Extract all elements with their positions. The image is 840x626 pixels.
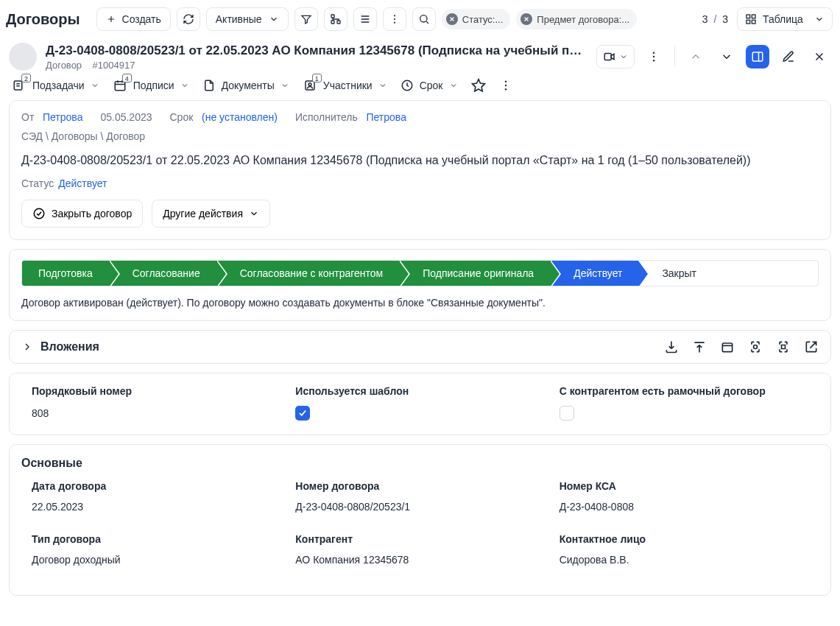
stage-prepare[interactable]: Подготовка (22, 261, 109, 286)
author-avatar[interactable] (9, 43, 37, 71)
chevron-down-icon (378, 81, 387, 90)
star-icon (471, 78, 486, 93)
svg-point-24 (34, 208, 44, 219)
frame-checkbox[interactable] (560, 406, 574, 421)
dots-vertical-icon (647, 50, 660, 63)
frame-label: С контрагентом есть рамочный договор (560, 385, 808, 397)
svg-point-14 (653, 60, 654, 61)
breadcrumb[interactable]: СЭД \ Договоры \ Договор (21, 130, 819, 142)
document-tabs: 2 Подзадачи 4 Подписи Документы 1 Участн… (0, 74, 840, 100)
counterparty-value[interactable]: АО Компания 12345678 (295, 554, 544, 566)
plus-icon (106, 14, 116, 24)
list-icon (359, 13, 371, 25)
more-button[interactable] (383, 7, 406, 31)
view-mode-dropdown[interactable]: Таблица (737, 7, 833, 31)
stage-signing[interactable]: Подписание оригинала (399, 261, 550, 286)
contract-date-label: Дата договора (32, 480, 280, 492)
prev-record-button[interactable] (684, 45, 707, 68)
svg-rect-17 (115, 82, 125, 91)
from-person[interactable]: Петрова (43, 111, 82, 123)
download-button[interactable] (664, 340, 679, 354)
refresh-button[interactable] (177, 7, 200, 31)
chevron-down-icon (280, 81, 289, 90)
dots-vertical-icon (389, 13, 400, 25)
chevron-down-icon (91, 81, 99, 90)
tab-subtasks[interactable]: 2 Подзадачи (12, 78, 99, 93)
filter-chip-subject[interactable]: Предмет договора:... (516, 9, 637, 29)
chevron-down-icon (720, 50, 733, 63)
stage-approval[interactable]: Согласование (109, 261, 216, 286)
recognize-button[interactable] (776, 340, 791, 354)
svg-point-23 (504, 88, 506, 90)
scan-button[interactable] (748, 340, 763, 354)
stage-active[interactable]: Действует (550, 261, 638, 286)
attachments-header[interactable]: Вложения (40, 340, 99, 354)
workflow-card: Подготовка Согласование Согласование с к… (9, 249, 831, 321)
main-fields-card: Основные Дата договора 22.05.2023 Номер … (9, 444, 831, 596)
state-filter-dropdown[interactable]: Активные (206, 7, 289, 31)
svg-rect-8 (752, 15, 755, 18)
record-counter: 3 / 3 (699, 13, 731, 25)
contact-person-value[interactable]: Сидорова В.В. (560, 554, 808, 566)
attachments-card: Вложения (9, 330, 831, 364)
clock-icon (400, 79, 414, 92)
video-icon (603, 50, 616, 63)
tab-documents[interactable]: Документы (202, 79, 289, 92)
svg-rect-9 (747, 20, 750, 24)
open-external-button[interactable] (804, 340, 819, 354)
document-full-title: Д-23-0408-0808/20523/1 от 22.05.2023 АО … (21, 154, 819, 167)
contract-type-label: Тип договора (32, 533, 280, 545)
svg-rect-2 (331, 21, 334, 24)
other-actions-button[interactable]: Другие действия (152, 200, 270, 228)
close-contract-button[interactable]: Закрыть договор (21, 200, 143, 228)
archive-button[interactable] (720, 340, 735, 354)
list-view-button[interactable] (353, 7, 377, 31)
template-checkbox[interactable] (295, 406, 310, 421)
page-title: Договоры (6, 11, 80, 28)
chevron-up-icon (689, 50, 702, 63)
due-value[interactable]: (не установлен) (202, 111, 278, 123)
dots-vertical-icon (499, 79, 512, 92)
close-button[interactable] (808, 45, 831, 68)
executor-person[interactable]: Петрова (366, 111, 406, 123)
contract-date-value: 22.05.2023 (32, 501, 280, 513)
chevron-down-icon (180, 81, 189, 90)
status-value: Действует (58, 177, 107, 189)
funnel-icon (300, 13, 312, 25)
tab-term[interactable]: Срок (400, 79, 458, 92)
filter-chip-status[interactable]: Статус:... (442, 9, 511, 29)
chevron-down-icon (814, 14, 825, 24)
counterparty-label: Контрагент (295, 533, 544, 545)
contract-type-value: Договор доходный (32, 554, 280, 566)
tab-participants[interactable]: 1 Участники (303, 78, 387, 93)
main-section-title: Основные (10, 445, 830, 470)
from-label: От (21, 111, 34, 123)
top-fields-card: Порядковый номер 808 Используется шаблон… (9, 373, 831, 435)
template-label: Используется шаблон (295, 385, 544, 397)
filter-button[interactable] (294, 7, 318, 31)
remove-chip-icon[interactable] (446, 13, 458, 25)
create-button[interactable]: Создать (96, 7, 171, 31)
remove-chip-icon[interactable] (520, 13, 532, 25)
upload-button[interactable] (692, 340, 707, 354)
tab-signatures[interactable]: 4 Подписи (113, 78, 189, 93)
chip-subject-label: Предмет договора:... (537, 14, 629, 25)
stage-counterparty-approval[interactable]: Согласование с контрагентом (216, 261, 400, 286)
tab-more-button[interactable] (499, 79, 512, 92)
svg-rect-10 (752, 20, 755, 24)
scanner-icon (748, 340, 763, 354)
svg-rect-11 (604, 54, 611, 60)
chevron-right-icon[interactable] (21, 341, 33, 353)
next-record-button[interactable] (715, 45, 738, 68)
edit-button[interactable] (777, 45, 800, 68)
favorite-button[interactable] (471, 78, 486, 93)
document-title: Д-23-0408-0808/20523/1 от 22.05.2023 АО … (46, 43, 587, 58)
video-call-button[interactable] (596, 45, 635, 68)
side-panel-button[interactable] (746, 45, 769, 68)
due-label: Срок (170, 111, 194, 123)
created-date: 05.05.2023 (100, 111, 152, 123)
stage-closed[interactable]: Закрыт (638, 261, 713, 286)
doc-more-button[interactable] (642, 45, 666, 68)
search-button[interactable] (412, 7, 436, 31)
tree-view-button[interactable] (324, 7, 347, 31)
